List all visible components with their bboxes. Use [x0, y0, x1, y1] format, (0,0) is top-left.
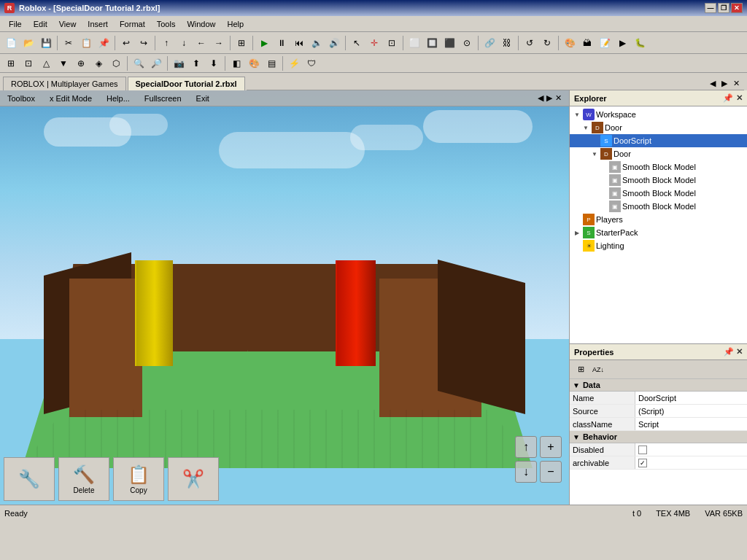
tool3[interactable]: ⬛ — [441, 35, 457, 51]
tool2[interactable]: 🔲 — [424, 35, 440, 51]
explorer-close-btn[interactable]: ✕ — [736, 93, 743, 103]
cut-button[interactable]: ✂ — [61, 35, 77, 51]
terrain-btn[interactable]: 🏔 — [579, 35, 595, 51]
tree-lighting[interactable]: ▶ ☀ Lighting — [570, 239, 747, 252]
tab-close-btn[interactable]: ✕ — [730, 79, 743, 88]
prop-disabled-value[interactable] — [635, 443, 747, 456]
nav-up-button[interactable]: ↑ — [515, 436, 537, 458]
menu-help[interactable]: Help — [222, 18, 250, 30]
exit-btn[interactable]: Exit — [196, 94, 209, 103]
zoom-out-btn[interactable]: 🔍 — [131, 55, 147, 71]
new-button[interactable]: 📄 — [3, 35, 19, 51]
snap-down-btn[interactable]: ▼ — [55, 55, 71, 71]
disabled-checkbox[interactable] — [638, 446, 647, 454]
menu-format[interactable]: Format — [114, 18, 151, 30]
vol-up-btn[interactable]: 🔊 — [326, 35, 342, 51]
close-button[interactable]: ✕ — [731, 3, 743, 13]
view-front-btn[interactable]: ⬇ — [206, 55, 222, 71]
tool-delete[interactable]: 🔨 Delete — [58, 457, 109, 501]
paint-btn[interactable]: 🎨 — [562, 35, 578, 51]
tree-workspace[interactable]: ▼ W Workspace — [570, 108, 747, 121]
properties-pin-btn[interactable]: 📌 — [724, 347, 734, 356]
nav-zoom-in-button[interactable]: + — [540, 436, 562, 458]
vol-down-btn[interactable]: 🔉 — [309, 35, 325, 51]
angle-btn[interactable]: △ — [38, 55, 54, 71]
weld-btn[interactable]: 🔗 — [481, 35, 498, 51]
edit-mode-btn[interactable]: x Edit Mode — [50, 94, 92, 103]
door2-expander[interactable]: ▼ — [590, 149, 599, 158]
unweld-btn[interactable]: ⛓ — [499, 35, 515, 51]
minimize-button[interactable]: — — [705, 3, 716, 13]
arrow-down-btn[interactable]: ↓ — [176, 35, 192, 51]
material-btn[interactable]: ◧ — [228, 55, 244, 71]
undo-button[interactable]: ↩ — [118, 35, 134, 51]
restore-button[interactable]: ❐ — [718, 3, 729, 13]
expand-view-btn[interactable]: ⊞ — [233, 35, 249, 51]
surface-btn[interactable]: ◈ — [90, 55, 107, 71]
toolbox-btn[interactable]: Toolbox — [7, 94, 35, 103]
nav-down-button[interactable]: ↓ — [515, 461, 537, 483]
move-tool[interactable]: ✛ — [366, 35, 382, 51]
viewport-3d[interactable]: Toolbox x Edit Mode Help... Fullscreen E… — [0, 90, 569, 505]
tree-door2[interactable]: ▼ D Door — [570, 147, 747, 160]
tab-tutorial[interactable]: SpecialDoor Tutorial 2.rbxl — [128, 77, 245, 90]
arrow-right-btn[interactable]: → — [211, 35, 227, 51]
arrow-left-btn[interactable]: ← — [193, 35, 209, 51]
collide-btn[interactable]: 🛡 — [303, 55, 320, 71]
tree-sbm4[interactable]: ▶ ▣ Smooth Block Model — [570, 200, 747, 213]
menu-file[interactable]: File — [3, 18, 28, 30]
tree-starterpack[interactable]: ▶ S StarterPack — [570, 226, 747, 239]
tab-next-btn[interactable]: ▶ — [719, 79, 730, 88]
help-btn[interactable]: Help... — [107, 94, 130, 103]
run-btn2[interactable]: ▶ — [614, 35, 630, 51]
prop-source-value[interactable]: (Script) — [635, 405, 747, 417]
redo-button[interactable]: ↪ — [136, 35, 152, 51]
workspace-expander[interactable]: ▼ — [573, 110, 581, 119]
archivable-checkbox[interactable]: ✓ — [638, 459, 647, 467]
fullscreen-btn[interactable]: Fullscreen — [144, 94, 182, 103]
select-tool[interactable]: ⊡ — [384, 35, 400, 51]
zoom-in-btn[interactable]: 🔎 — [148, 55, 164, 71]
snap-btn[interactable]: ⊡ — [20, 55, 36, 71]
debug-btn[interactable]: 🐛 — [632, 35, 648, 51]
surface2-btn[interactable]: ⬡ — [108, 55, 124, 71]
prop-sort-btn[interactable]: AZ↓ — [590, 362, 606, 377]
view-top-btn[interactable]: ⬆ — [188, 55, 204, 71]
prop-classname-value[interactable]: Script — [635, 418, 747, 430]
tool-copy[interactable]: 📋 Copy — [113, 457, 164, 501]
copy-button[interactable]: 📋 — [78, 35, 94, 51]
arrow-btn[interactable]: ↑ — [158, 35, 174, 51]
tool-select[interactable]: 🔧 — [4, 457, 55, 501]
physics-btn[interactable]: ⚡ — [286, 55, 302, 71]
menu-insert[interactable]: Insert — [82, 18, 114, 30]
rewind-button[interactable]: ⏮ — [291, 35, 307, 51]
prop-section-data[interactable]: ▼ Data — [570, 379, 747, 392]
prop-archivable-value[interactable]: ✓ — [635, 456, 747, 469]
door1-expander[interactable]: ▼ — [581, 123, 590, 132]
menu-window[interactable]: Window — [181, 18, 221, 30]
tab-roblox[interactable]: ROBLOX | Multiplayer Games — [3, 77, 126, 90]
align-btn[interactable]: ⊕ — [73, 55, 89, 71]
rotate2-btn[interactable]: ↻ — [539, 35, 555, 51]
prop-name-value[interactable]: DoorScript — [635, 392, 747, 404]
save-button[interactable]: 💾 — [38, 35, 54, 51]
tree-players[interactable]: ▶ P Players — [570, 213, 747, 226]
script-btn[interactable]: 📝 — [597, 35, 613, 51]
tree-sbm3[interactable]: ▶ ▣ Smooth Block Model — [570, 187, 747, 200]
menu-view[interactable]: View — [53, 18, 82, 30]
rotate-btn[interactable]: ↺ — [522, 35, 538, 51]
tool-move[interactable]: ✂️ — [168, 457, 219, 501]
color-btn[interactable]: 🎨 — [246, 55, 262, 71]
tree-sbm1[interactable]: ▶ ▣ Smooth Block Model — [570, 160, 747, 174]
properties-close-btn[interactable]: ✕ — [736, 347, 743, 356]
prop-grid-btn[interactable]: ⊞ — [573, 362, 589, 377]
camera-btn[interactable]: 📷 — [171, 55, 187, 71]
grid-btn[interactable]: ⊞ — [3, 55, 19, 71]
menu-edit[interactable]: Edit — [28, 18, 53, 30]
tool1[interactable]: ⬜ — [406, 35, 422, 51]
paste-button[interactable]: 📌 — [96, 35, 112, 51]
tree-door1[interactable]: ▼ D Door — [570, 121, 747, 134]
nav-zoom-out-button[interactable]: − — [540, 461, 562, 483]
vp-next-btn[interactable]: ▶ — [546, 93, 552, 103]
prop-section-behavior[interactable]: ▼ Behavior — [570, 431, 747, 443]
